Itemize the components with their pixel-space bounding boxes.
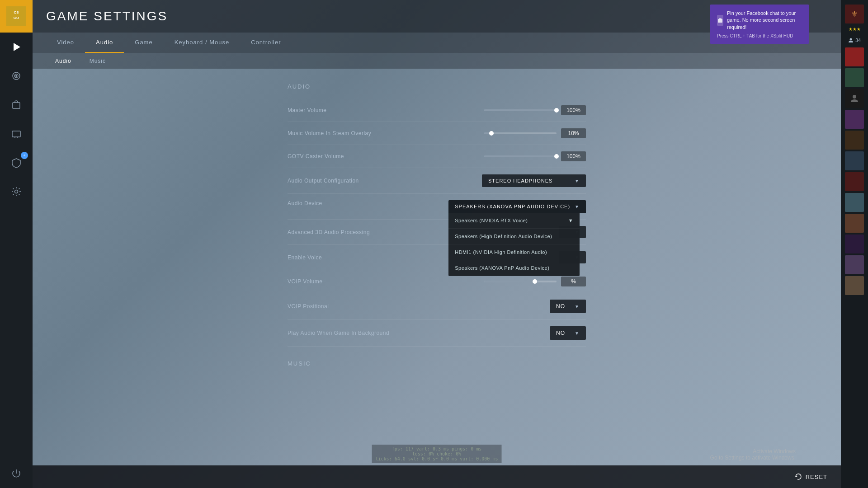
audio-device-row: Audio Device SPEAKERS (XANOVA PNP AUDIO …	[288, 194, 586, 220]
dropdown-option-hdmi1[interactable]: HDMI1 (NVIDIA High Definition Audio)	[448, 244, 580, 260]
play-icon[interactable]	[0, 33, 33, 61]
gotv-volume-label: GOTV Caster Volume	[288, 153, 484, 160]
shield-icon[interactable]: +	[0, 148, 33, 177]
friend-avatar-2[interactable]	[845, 68, 864, 87]
dropdown-option-nvidia-rtx[interactable]: Speakers (NVIDIA RTX Voice) ▼	[448, 213, 580, 229]
voip-positional-row: VOIP Positional NO ▼	[288, 293, 586, 320]
audio-device-dropdown[interactable]: SPEAKERS (XANOVA PNP AUDIO DEVICE) ▼	[448, 200, 586, 213]
music-section-title: Music	[288, 360, 586, 367]
settings-icon[interactable]	[0, 177, 33, 206]
voip-volume-fill	[484, 281, 535, 282]
option-arrow-nvidia-rtx: ▼	[568, 218, 573, 223]
play-audio-bg-dropdown[interactable]: NO ▼	[550, 326, 586, 340]
play-audio-bg-label: Play Audio When Game In Background	[288, 330, 550, 336]
svg-marker-14	[796, 475, 797, 477]
svg-point-11	[15, 190, 18, 193]
master-volume-track[interactable]	[484, 109, 557, 111]
sidebar-bottom	[0, 459, 33, 488]
windows-line1: Activate Windows	[710, 448, 796, 455]
friend-avatar-7[interactable]	[845, 172, 864, 191]
friend-avatar-4[interactable]	[845, 110, 864, 129]
audio-device-menu: Speakers (NVIDIA RTX Voice) ▼ Speakers (…	[448, 213, 580, 276]
bottom-bar: RESET	[33, 465, 841, 488]
master-volume-control: 100%	[484, 105, 586, 115]
voip-positional-arrow: ▼	[575, 304, 580, 309]
rank-icon[interactable]: ⚜	[845, 5, 864, 23]
nav-audio[interactable]: Audio	[85, 33, 124, 53]
voip-positional-dropdown[interactable]: NO ▼	[550, 300, 586, 313]
gotv-volume-fill	[484, 155, 557, 157]
csgo-logo[interactable]: CS GO	[0, 0, 33, 33]
debug-info: fps: 117 vart: 0.3 ms pings: 0 ms loss: …	[372, 445, 502, 463]
gotv-volume-row: GOTV Caster Volume 100%	[288, 145, 586, 168]
page-title: GAME SETTINGS	[46, 9, 168, 23]
friend-count: 34	[848, 35, 861, 46]
dropdown-option-xanova[interactable]: Speakers (XANOVA PnP Audio Device)	[448, 260, 580, 276]
gotv-volume-handle[interactable]	[554, 154, 559, 159]
svg-point-15	[849, 38, 852, 41]
gotv-volume-track[interactable]	[484, 155, 557, 157]
voip-volume-handle[interactable]	[533, 279, 537, 284]
settings-section: Audio Master Volume 100% Music Volume In…	[278, 78, 595, 367]
audio-device-arrow: ▼	[575, 204, 580, 209]
option-label-nvidia-rtx: Speakers (NVIDIA RTX Voice)	[455, 218, 528, 223]
subnav-music[interactable]: Music	[80, 53, 115, 69]
svg-text:GO: GO	[14, 16, 19, 20]
nav-controller[interactable]: Controller	[240, 33, 292, 53]
voip-volume-label: VOIP Volume	[288, 278, 484, 285]
svg-text:CS: CS	[14, 10, 19, 14]
audio-output-arrow: ▼	[575, 178, 580, 183]
content-area: Audio Master Volume 100% Music Volume In…	[33, 69, 841, 488]
inventory-icon[interactable]	[0, 90, 33, 119]
main-content: Pin your Facebook chat to your game. No …	[33, 0, 841, 488]
svg-point-16	[853, 95, 856, 99]
audio-output-value: STEREO HEADPHONES	[488, 178, 552, 183]
friend-avatar-9[interactable]	[845, 214, 864, 233]
voip-volume-value: %	[561, 277, 586, 286]
option-label-xanova: Speakers (XANOVA PnP Audio Device)	[455, 265, 549, 271]
voip-volume-control: %	[484, 277, 586, 286]
stars-value: ★★★	[849, 27, 861, 32]
music-volume-track[interactable]	[484, 132, 557, 134]
sub-nav: Audio Music	[33, 53, 841, 69]
tv-icon[interactable]	[0, 119, 33, 148]
friend-avatar-3[interactable]	[845, 89, 864, 108]
master-volume-handle[interactable]	[554, 108, 559, 113]
svg-marker-3	[14, 43, 20, 51]
friend-avatar-11[interactable]	[845, 255, 864, 274]
right-panel: ⚜ ★★★ 34	[841, 0, 868, 488]
dropdown-option-hd-audio[interactable]: Speakers (High Definition Audio Device)	[448, 229, 580, 244]
friend-avatar-6[interactable]	[845, 151, 864, 170]
svg-point-6	[15, 75, 17, 77]
play-audio-bg-arrow: ▼	[575, 331, 580, 336]
debug-line1: fps: 117 vart: 0.3 ms pings: 0 ms	[376, 446, 498, 451]
friend-avatar-8[interactable]	[845, 193, 864, 212]
gotv-volume-value: 100%	[561, 151, 586, 161]
music-volume-handle[interactable]	[489, 131, 494, 136]
master-volume-value: 100%	[561, 105, 586, 115]
audio-device-label: Audio Device	[288, 200, 448, 206]
audio-device-value: SPEAKERS (XANOVA PNP AUDIO DEVICE)	[455, 204, 570, 209]
svg-rect-12	[718, 19, 722, 23]
subnav-audio[interactable]: Audio	[46, 53, 80, 69]
voip-volume-track[interactable]	[484, 281, 557, 282]
windows-watermark: Activate Windows Go to Settings to activ…	[710, 448, 796, 461]
master-volume-fill	[484, 109, 557, 111]
nav-video[interactable]: Video	[46, 33, 85, 53]
radio-icon[interactable]	[0, 61, 33, 90]
power-icon[interactable]	[0, 459, 33, 488]
voip-positional-value: NO	[556, 303, 565, 310]
friend-avatar-10[interactable]	[845, 235, 864, 253]
friend-avatar-1[interactable]	[845, 47, 864, 66]
audio-output-row: Audio Output Configuration STEREO HEADPH…	[288, 168, 586, 194]
friend-avatar-12[interactable]	[845, 276, 864, 295]
play-audio-bg-row: Play Audio When Game In Background NO ▼	[288, 320, 586, 347]
notification-popup[interactable]: Pin your Facebook chat to your game. No …	[710, 5, 809, 44]
svg-rect-8	[12, 131, 20, 137]
friend-avatar-5[interactable]	[845, 131, 864, 150]
friends-icon	[848, 38, 854, 43]
reset-button[interactable]: RESET	[795, 473, 827, 480]
nav-keyboard-mouse[interactable]: Keyboard / Mouse	[164, 33, 241, 53]
audio-output-dropdown[interactable]: STEREO HEADPHONES ▼	[482, 174, 586, 187]
nav-game[interactable]: Game	[124, 33, 163, 53]
